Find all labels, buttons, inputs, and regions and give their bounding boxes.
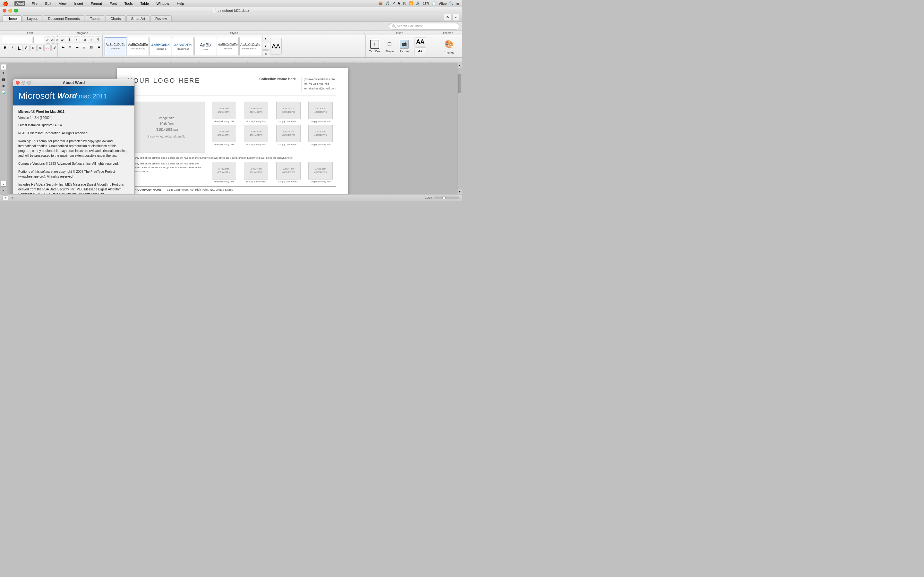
style-subtitle[interactable]: AaBbCcDdEe Subtitle <box>217 37 239 55</box>
indent-more-button[interactable]: ⇥ <box>81 37 87 43</box>
superscript-button[interactable]: x² <box>30 45 37 51</box>
search-icon[interactable]: 🔍 <box>449 1 454 5</box>
show-formatting-button[interactable]: ¶ <box>95 37 102 43</box>
menu-font[interactable]: Font <box>108 1 118 6</box>
view-toggle-2[interactable]: ⊞ <box>1 187 6 193</box>
close-button[interactable] <box>3 9 6 13</box>
font-size-input[interactable]: 12 <box>33 37 45 43</box>
product-row3-layout: ly dummy text of the printing and t. Lor… <box>128 162 336 183</box>
menu-file[interactable]: File <box>31 1 39 6</box>
dialog-close-button[interactable] <box>16 81 19 85</box>
style-no-spacing[interactable]: AaBbCcDdEe No Spacing <box>127 37 149 55</box>
tab-smartart[interactable]: SmartArt <box>126 15 150 21</box>
product-item-1: 3.4x3.4cm402X402PX simply dummy text <box>241 102 272 123</box>
maximize-button[interactable] <box>14 9 18 13</box>
columns-button[interactable]: ⊟ <box>88 44 94 50</box>
styles-scroll-up[interactable]: ▲ <box>262 35 269 42</box>
scroll-down-button[interactable]: ▼ <box>457 189 462 194</box>
align-center-button[interactable]: ≡ <box>67 44 73 50</box>
view-draft-button[interactable]: ⊟ <box>10 195 15 200</box>
style-title[interactable]: AaBb Title <box>194 37 216 55</box>
numbering-button[interactable]: 1. <box>67 37 73 43</box>
search-placeholder[interactable]: Search Document <box>397 24 423 28</box>
style-normal[interactable]: AaBbCcDdEe Normal <box>105 37 126 55</box>
bullets-button[interactable]: ≡• <box>60 37 66 43</box>
wifi-icon: 📶 <box>409 1 413 5</box>
highlight-button[interactable]: 🖊 <box>51 45 58 51</box>
menu-word[interactable]: Word <box>15 1 25 6</box>
styles-more[interactable]: ⊕ <box>262 50 269 57</box>
product-item-11: 3.4x3.4cm402X402PX simply dummy text <box>305 162 336 183</box>
product-item-5: 3.4x3.4cm402X402PX simply dummy text <box>241 125 272 146</box>
doc-footer: YOUR COMPANY NAME | 11 E Commerce Ave, H… <box>128 186 336 191</box>
tool-chart[interactable]: 📊 <box>1 90 6 95</box>
apple-menu[interactable]: 🍎 <box>3 1 8 6</box>
tool-image[interactable]: 🖼 <box>1 77 6 83</box>
indent-less-button[interactable]: ⇤ <box>74 37 80 43</box>
themes-button[interactable]: 🎨 Themes <box>443 38 456 54</box>
tool-arrow[interactable]: ↖ <box>1 64 6 70</box>
tab-layout[interactable]: Layout <box>22 15 42 21</box>
line-spacing-button[interactable]: ↕ <box>88 37 94 43</box>
view-print-button[interactable]: ☰ <box>3 195 8 200</box>
tool-table[interactable]: ⊞ <box>1 83 6 89</box>
ribbon-expand-button[interactable]: ▲ <box>452 14 459 21</box>
subscript-button[interactable]: x₂ <box>37 45 44 51</box>
word-banner: Microsoft Word :mac 2011 <box>13 86 134 105</box>
tab-charts[interactable]: Charts <box>105 15 126 21</box>
change-styles-button[interactable]: AA <box>270 38 282 55</box>
website-text: yourwebsiteadress.com <box>304 77 336 81</box>
text-block-2: ly dummy text of the printing and t. Lor… <box>128 162 205 183</box>
insert-style-up-button[interactable]: AA <box>415 37 426 47</box>
zoom-slider[interactable] <box>434 197 459 199</box>
tab-home[interactable]: Home <box>3 15 21 21</box>
font-size-up-button[interactable]: A↑ <box>46 37 50 44</box>
menu-edit[interactable]: Edit <box>44 1 53 6</box>
toolbar-tabs: Home Layout Document Elements Tables Cha… <box>0 14 462 22</box>
menu-table[interactable]: Table <box>139 1 150 6</box>
menu-insert[interactable]: Insert <box>73 1 84 6</box>
lines-icon[interactable]: ☰ <box>456 1 459 5</box>
image-instruction: insert>Photo>Picturefrom file <box>148 134 185 139</box>
right-scrollbar[interactable]: ▲ ▼ <box>457 63 462 194</box>
menu-view[interactable]: View <box>58 1 68 6</box>
clock-icon: 🕐 <box>432 1 436 5</box>
underline-button[interactable]: U <box>16 45 23 51</box>
strikethrough-button[interactable]: S <box>23 45 29 51</box>
scroll-thumb[interactable] <box>458 74 461 93</box>
tab-review[interactable]: Review <box>150 15 172 21</box>
picture-insert-button[interactable]: 🏔 Picture <box>398 38 411 54</box>
shape-insert-button[interactable]: □ Shape <box>383 38 396 54</box>
style-subtle-emphasis[interactable]: AaBbCcDdEe Subtle Emph... <box>239 37 261 55</box>
sort-button[interactable]: ↕A <box>95 44 102 50</box>
align-justify-button[interactable]: ☰ <box>81 44 87 50</box>
left-toolbar: ↖ T 🖼 ⊞ 📊 ☰ ⊞ <box>0 63 7 194</box>
styles-scroll-down[interactable]: ▼ <box>262 43 269 50</box>
align-left-button[interactable]: ⬅ <box>60 44 66 50</box>
font-name-input[interactable]: Cambria <box>2 37 32 43</box>
font-size-down-button[interactable]: A↓ <box>51 37 55 44</box>
minimize-button[interactable] <box>8 9 12 13</box>
menu-format[interactable]: Format <box>89 1 103 6</box>
italic-button[interactable]: I <box>9 45 15 51</box>
dialog-title-bar: About Word <box>13 79 134 86</box>
style-heading2[interactable]: AaBbCcDd Heading 2 <box>172 37 194 55</box>
style-heading1[interactable]: AaBbCcDd Heading 1 <box>150 37 171 55</box>
document-page: YOUR LOGO HERE Collection Name Here your… <box>117 68 348 194</box>
scroll-up-button[interactable]: ▲ <box>457 63 462 68</box>
ribbon-customize-button[interactable]: ⚙ <box>444 14 451 21</box>
menu-window[interactable]: Window <box>155 1 170 6</box>
menu-tools[interactable]: Tools <box>123 1 134 6</box>
bold-button[interactable]: B <box>2 45 8 51</box>
freetype-text: Portions of this software are copyright … <box>18 169 129 179</box>
insert-style-down-button[interactable]: AA <box>415 47 426 55</box>
menu-help[interactable]: Help <box>176 1 186 6</box>
tab-document-elements[interactable]: Document Elements <box>43 15 84 21</box>
view-toggle-1[interactable]: ☰ <box>1 181 6 187</box>
latest-update-text: Latest Installed Update: 14.2.4 <box>18 123 129 127</box>
align-right-button[interactable]: ➡ <box>74 44 80 50</box>
tool-text[interactable]: T <box>1 71 6 76</box>
textbox-insert-button[interactable]: T Text Box <box>368 38 381 54</box>
font-color-button[interactable]: A <box>44 45 51 51</box>
tab-tables[interactable]: Tables <box>85 15 105 21</box>
